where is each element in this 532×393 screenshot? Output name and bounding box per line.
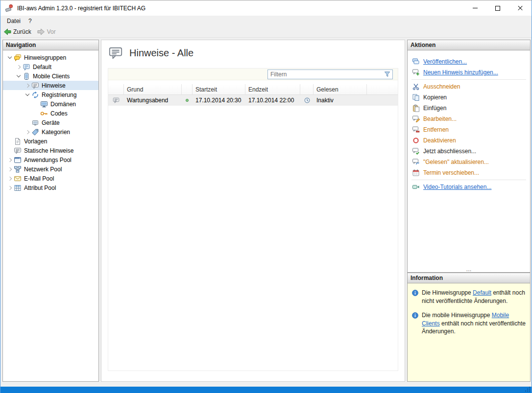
tree-item-vorlagen[interactable]: Vorlagen <box>3 137 98 146</box>
startzeit-cell: 17.10.2014 20:30 <box>193 95 245 106</box>
application-pool-window-icon <box>14 156 22 164</box>
action-copy[interactable]: Kopieren <box>408 92 530 103</box>
action-deactivate[interactable]: Deaktivieren <box>408 135 530 146</box>
inactive-clock-icon <box>304 97 311 104</box>
hints-list: Grund Startzeit Endzeit Gelesen Wartungs… <box>108 68 398 371</box>
hints-bubble-icon <box>31 82 39 90</box>
chevron-collapsed-icon[interactable] <box>24 128 31 136</box>
actions-separator <box>411 180 526 180</box>
content-header: Hinweise - Alle <box>108 46 193 60</box>
gelesen-cell: Inaktiv <box>314 95 367 106</box>
deactivate-icon <box>412 137 420 144</box>
column-header-endzeit[interactable]: Endzeit <box>245 84 300 94</box>
edit-icon <box>412 115 420 123</box>
tree-item-netzwerk-pool[interactable]: Netzwerk Pool <box>3 164 98 174</box>
endzeit-cell: 17.10.2014 22:00 <box>245 95 300 106</box>
add-hint-icon <box>412 69 420 76</box>
tree-item-statische-hinweise[interactable]: Statische Hinweise <box>3 146 98 155</box>
table-header: Grund Startzeit Endzeit Gelesen <box>108 84 398 95</box>
info-icon <box>411 312 419 319</box>
mobile-clients-icon <box>23 72 30 80</box>
tree-item-email-pool[interactable]: E-Mail Pool <box>3 174 98 183</box>
row-type-cell <box>108 95 124 106</box>
tree-item-domaenen[interactable]: Domänen <box>3 99 98 109</box>
filter-box <box>267 69 393 79</box>
chevron-placeholder <box>32 100 40 108</box>
tree-item-mobile-clients[interactable]: Mobile Clients <box>3 71 98 81</box>
chevron-expanded-icon[interactable] <box>24 91 31 99</box>
tree-item-registrierung[interactable]: Registrierung <box>3 90 98 99</box>
action-paste[interactable]: Einfügen <box>408 103 530 114</box>
table-row-wartungsabend[interactable]: Wartungsabend 17.10.2014 20:30 17.10.201… <box>108 95 398 106</box>
tree-item-hinweisgruppen[interactable]: Hinweisgruppen <box>3 53 98 62</box>
chevron-collapsed-icon[interactable] <box>15 63 23 71</box>
tree-item-hinweise[interactable]: Hinweise <box>3 81 98 90</box>
titlebar: IBI-aws Admin 1.23.0 - registriert für I… <box>0 0 532 16</box>
tree-item-geraete[interactable]: Geräte <box>3 118 98 127</box>
information-header: Information <box>407 273 531 283</box>
copy-icon <box>412 93 420 101</box>
menu-datei[interactable]: Datei <box>3 16 24 26</box>
paste-icon <box>412 104 420 112</box>
filter-row <box>108 69 398 80</box>
navigation-tree: Hinweisgruppen Default Mobile Clients Hi… <box>2 50 99 382</box>
menu-help[interactable]: ? <box>24 16 36 26</box>
info-text: Die mobile Hinweisgruppe Mobile Clients … <box>422 311 526 336</box>
hint-bubble-icon <box>113 97 120 104</box>
chevron-collapsed-icon[interactable] <box>6 175 14 183</box>
video-tutorials-icon <box>412 183 420 191</box>
minimize-button[interactable] <box>464 0 486 16</box>
app-logo-icon <box>5 4 13 12</box>
action-move-date[interactable]: Termin verschieben... <box>408 167 530 178</box>
column-header-startzeit[interactable]: Startzeit <box>193 84 245 94</box>
tree-item-anwendungs-pool[interactable]: Anwendungs Pool <box>3 155 98 164</box>
action-finish-now[interactable]: Jetzt abschliessen... <box>408 146 530 157</box>
chevron-placeholder <box>24 119 31 127</box>
close-button[interactable] <box>509 0 532 16</box>
action-remove[interactable]: Entfernen <box>408 124 530 135</box>
app-window: { "colors": { "titlebar_bg": "#ffffff", … <box>0 0 532 393</box>
back-arrow-icon <box>3 28 11 36</box>
window-controls <box>464 0 532 16</box>
chevron-collapsed-icon[interactable] <box>24 82 31 90</box>
resize-grip[interactable] <box>529 391 530 392</box>
action-video-tutorials[interactable]: Video-Tutorials ansehen... <box>408 182 530 192</box>
info-text: Die Hinweisgruppe Default enthält noch n… <box>422 289 526 305</box>
column-header-status[interactable] <box>182 84 193 94</box>
chevron-placeholder <box>6 138 14 145</box>
chevron-collapsed-icon[interactable] <box>6 156 14 164</box>
info-item-default: Die Hinweisgruppe Default enthält noch n… <box>411 289 526 305</box>
content-panel: Hinweise - Alle Grund Startzeit Endzeit … <box>101 40 405 382</box>
action-add-hint[interactable]: Neuen Hinweis hinzufügen... <box>408 67 530 78</box>
forward-button[interactable]: Vor <box>34 26 59 37</box>
tree-item-attribut-pool[interactable]: Attribut Pool <box>3 183 98 192</box>
filter-input[interactable] <box>268 70 384 78</box>
panel-splitter[interactable]: ... <box>408 267 530 272</box>
column-header-gelesen-icon[interactable] <box>300 84 314 94</box>
tree-item-codes[interactable]: Codes <box>3 109 98 118</box>
tree-item-kategorien[interactable]: Kategorien <box>3 127 98 137</box>
actions-header: Aktionen <box>407 40 531 50</box>
gelesen-status-cell <box>300 95 314 106</box>
tree-item-default[interactable]: Default <box>3 62 98 71</box>
chevron-expanded-icon[interactable] <box>15 72 23 80</box>
action-cut[interactable]: Ausschneiden <box>408 81 530 92</box>
actions-list: Veröffentlichen... Neuen Hinweis hinzufü… <box>407 50 531 273</box>
action-edit[interactable]: Bearbeiten... <box>408 114 530 124</box>
hint-groups-icon <box>14 54 22 62</box>
column-header-grund[interactable]: Grund <box>124 84 182 94</box>
forward-label: Vor <box>47 28 56 35</box>
chevron-expanded-icon[interactable] <box>6 54 14 62</box>
action-update-read[interactable]: "Gelesen" aktualisieren... <box>408 157 530 167</box>
chevron-collapsed-icon[interactable] <box>6 165 14 173</box>
chevron-collapsed-icon[interactable] <box>6 184 14 192</box>
maximize-button[interactable] <box>486 0 509 16</box>
window-title: IBI-aws Admin 1.23.0 - registriert für I… <box>17 5 145 12</box>
column-header-icon[interactable] <box>108 84 124 94</box>
back-button[interactable]: Zurück <box>0 26 34 37</box>
column-header-gelesen[interactable]: Gelesen <box>314 84 367 94</box>
link-default-group[interactable]: Default <box>473 289 491 296</box>
filter-funnel-icon[interactable] <box>384 70 391 78</box>
forward-arrow-icon <box>37 28 45 36</box>
action-publish[interactable]: Veröffentlichen... <box>408 56 530 67</box>
